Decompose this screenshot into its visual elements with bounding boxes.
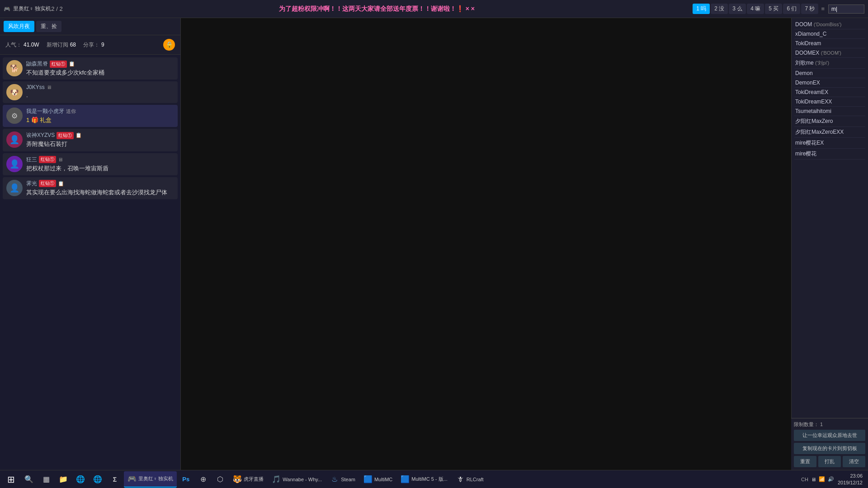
clear-button[interactable]: 清空 [843,456,865,467]
num-tab-7[interactable]: 7 秒 [801,4,818,14]
msg-icon: 📋 [75,132,82,138]
taskbar-steam-label: Steam [341,477,355,482]
avatar: 👤 [6,156,23,172]
volume-icon: 🔊 [828,476,834,482]
username-row: 鼬森黑脊 红钻① 📋 [26,60,174,68]
message-body: J0KYss 🖥 . [26,84,174,99]
msg-icon: 📋 [69,61,75,67]
message-body: 诶神XYZVS 红钻① 📋 弄附魔钻石装打 [26,131,174,148]
num-tab-6[interactable]: 6 们 [783,4,800,14]
message-body: 鼬森黑脊 红钻① 📋 不知道要变成多少次kfc全家桶 [26,60,174,77]
filter-tab-zhongjian[interactable]: 重、捡 [36,21,61,32]
taskbar-tiger[interactable]: 🐯 虎牙直播 [229,471,267,488]
left-panel: 风吹月夜 重、捡 人气： 41.0W 新增订阅 68 分享： 9 🔒 🐕 [0,18,181,470]
avatar: 👤 [6,131,23,148]
taskbar-edge[interactable]: 🌐 [72,471,89,488]
taskbar-multimc2-label: MultiMC 5 - 版... [411,476,447,483]
chat-message-1: 🐕 鼬森黑脊 红钻① 📋 不知道要变成多少次kfc全家桶 [3,57,178,80]
sys-tray-icons: CH 🖥 📶 🔊 [801,476,834,482]
clock-time: 23:06 [838,473,863,479]
username-row: J0KYss 🖥 [26,84,174,90]
window-title: 里奥红♀ 独实机 [13,5,51,13]
more-icon: ≡ [819,5,826,12]
taskview-icon: ▦ [42,475,51,484]
badge-red: 红钻① [39,180,56,187]
message-text: 把权杖那过来，召唤一堆宙斯盾 [26,164,174,173]
search-area [828,5,864,14]
raffle-button[interactable]: 打乱 [818,456,841,467]
msg-icon: 🖥 [47,84,52,90]
user-list-item: Tsumetaihitomi [794,107,865,116]
filter-tab-fengchui[interactable]: 风吹月夜 [4,21,34,32]
taskbar-chrome[interactable]: 🌐 [90,471,106,488]
stat-fans: 人气： 41.0W [5,41,39,49]
username: J0KYss [26,84,45,90]
share-value: 9 [101,42,104,48]
hex-icon: ⬡ [216,475,225,484]
message-body: 我是一颗小虎牙 送你 1 🎁 礼盒 [26,108,174,124]
num-tab-4[interactable]: 4 嘛 [747,4,764,14]
taskbar-app-main[interactable]: 🎮 里奥红♀ 独实机 [124,471,177,488]
rlcraft-icon: 🗡 [456,475,465,484]
user-list-item: 夕阳红MaxZero [794,116,865,127]
avatar: 🐶 [6,84,23,100]
lock-icon[interactable]: 🔒 [163,39,175,51]
taskbar-hex[interactable]: ⬡ [212,471,228,488]
message-text: 1 🎁 礼盒 [26,116,174,124]
new-sub-value: 68 [70,42,76,48]
taskbar-steam[interactable]: ♨ Steam [326,471,359,488]
chat-message-6: 👤 霁光 红钻① 📋 其实现在要么出海找海蛇做海蛇套或者去沙漠找龙尸体 [3,177,178,199]
stat-share: 分享： 9 [83,41,104,49]
badge-red: 红钻① [50,61,67,68]
avatar: 👤 [6,180,23,196]
taskbar-multimc[interactable]: 🟦 MultiMC [360,471,396,488]
badge-red: 红钻① [57,132,74,139]
user-list-item: DemonEX [794,78,865,88]
user-list-item: 夕阳红MaxZeroEXX [794,127,865,138]
user-list-item: DOOMEX ('BOOM') [794,48,865,58]
reset-button[interactable]: 重置 [794,456,816,467]
user-list-item: Demon [794,69,865,78]
filter-tabs: 风吹月夜 重、捡 [0,18,180,35]
message-body: 狂三 红钻① 🖥 把权杖那过来，召唤一堆宙斯盾 [26,156,174,173]
taskbar-circle[interactable]: ⊕ [195,471,211,488]
chat-message-5: 👤 狂三 红钻① 🖥 把权杖那过来，召唤一堆宙斯盾 [3,153,178,175]
username-row: 霁光 红钻① 📋 [26,180,174,188]
chat-list: 🐕 鼬森黑脊 红钻① 📋 不知道要变成多少次kfc全家桶 🐶 J0KYss [0,55,180,470]
message-text: 其实现在要么出海找海蛇做海蛇套或者去沙漠找龙尸体 [26,188,174,197]
multimc2-icon: 🟦 [401,475,410,484]
chat-message-3: ⚙ 我是一颗小虎牙 送你 1 🎁 礼盒 [3,105,178,127]
taskbar-multimc2[interactable]: 🟦 MultiMC 5 - 版... [397,471,451,488]
taskbar-rlcraft-label: RLCraft [467,477,484,482]
window-icon: 🎮 [4,6,10,12]
taskbar-ps[interactable]: Ps [178,471,194,488]
chrome-icon: 🌐 [93,475,102,484]
num-tab-3[interactable]: 3 么 [729,4,746,14]
avatar: ⚙ [6,108,23,124]
kbd-icon: CH [801,477,808,482]
taskbar-taskview[interactable]: ▦ [38,471,54,488]
num-tab-2[interactable]: 2 没 [711,4,728,14]
taskbar-rlcraft[interactable]: 🗡 RLCraft [452,471,487,488]
message-body: 霁光 红钻① 📋 其实现在要么出海找海蛇做海蛇套或者去沙漠找龙尸体 [26,180,174,197]
taskbar-sigma[interactable]: Σ [107,471,123,488]
taskbar-files[interactable]: 📁 [55,471,71,488]
folder-icon: 📁 [59,475,68,484]
sigma-icon: Σ [110,475,119,484]
lucky-viewer-button[interactable]: 让一位幸运观众原地去世 [794,430,865,441]
taskbar: ⊞ 🔍 ▦ 📁 🌐 🌐 Σ 🎮 里奥红♀ 独实机 Ps ⊕ ⬡ 🐯 虎牙直播 🎵… [0,470,868,488]
display-icon: 🖥 [811,477,816,482]
search-input[interactable] [828,5,864,14]
ps-icon: Ps [181,475,190,484]
user-list-item: 刘歌me ('刘pi') [794,58,865,69]
num-tab-1[interactable]: 1 吗 [693,4,710,14]
badge-red: 红钻① [39,156,56,163]
num-tab-5[interactable]: 5 买 [765,4,782,14]
copy-card-button[interactable]: 复制现在的卡片到剪切板 [794,443,865,454]
user-list-item: TokiDream [794,39,865,48]
search-icon: 🔍 [24,475,33,484]
start-button[interactable]: ⊞ [2,471,20,488]
taskbar-music[interactable]: 🎵 Wannabe - Why... [268,471,326,488]
taskbar-search[interactable]: 🔍 [21,471,37,488]
username: 诶神XYZVS [26,131,55,139]
